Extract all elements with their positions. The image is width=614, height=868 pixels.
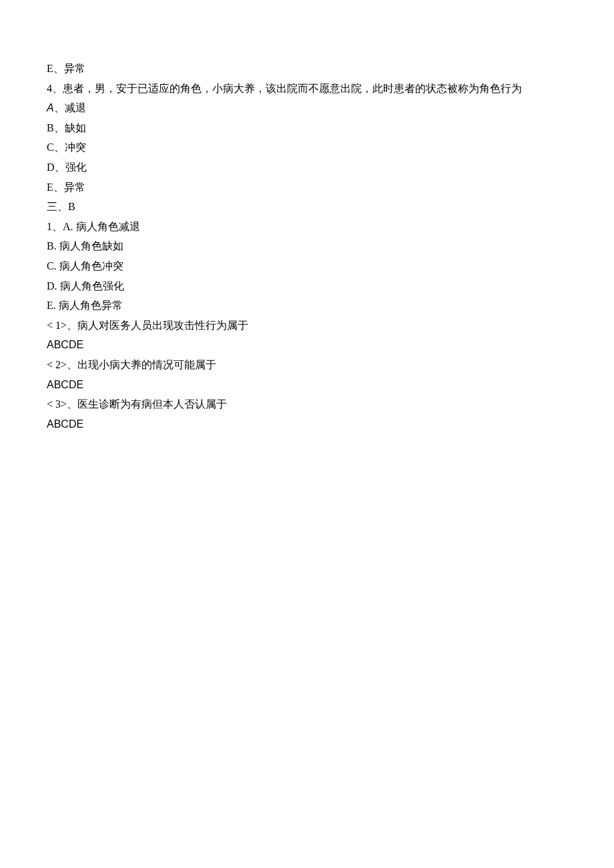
answer-choices-2: ABCDE: [47, 375, 567, 395]
option-d: D、强化: [47, 157, 567, 177]
q1-option-c: C. 病人角色冲突: [47, 256, 567, 276]
option-b: B、缺如: [47, 118, 567, 138]
answer-choices-3: ABCDE: [47, 414, 567, 434]
text: C、冲突: [47, 141, 86, 153]
text: E. 病人角色异常: [47, 300, 123, 311]
text: 4、患者，男，安于已适应的角色，小病大养，该出院而不愿意出院，此时患者的状态被称…: [47, 83, 522, 94]
q1-option-b: B. 病人角色缺如: [47, 236, 567, 256]
q1-option-d: D. 病人角色强化: [47, 276, 567, 296]
text: ABCDE: [47, 379, 83, 390]
option-text: 、减退: [54, 102, 86, 113]
option-e-2: E、异常: [47, 177, 567, 197]
text: D. 病人角色强化: [47, 280, 124, 292]
text: C. 病人角色冲突: [47, 260, 123, 272]
option-e: E、异常: [47, 59, 567, 79]
q1-option-a: 1、A. 病人角色减退: [47, 217, 567, 237]
text: E、异常: [47, 63, 85, 74]
sub-question-2: < 2>、出现小病大养的情况可能属于: [47, 355, 567, 375]
text: D、强化: [47, 161, 87, 173]
text: < 2>、出现小病大养的情况可能属于: [47, 359, 216, 370]
text: E、异常: [47, 181, 85, 193]
q1-option-e: E. 病人角色异常: [47, 296, 567, 316]
sub-question-1: < 1>、病人对医务人员出现攻击性行为属于: [47, 316, 567, 336]
text: B. 病人角色缺如: [47, 240, 123, 252]
text: B、缺如: [47, 122, 86, 133]
option-c: C、冲突: [47, 137, 567, 157]
text: < 1>、病人对医务人员出现攻击性行为属于: [47, 320, 248, 331]
answer-choices-1: ABCDE: [47, 335, 567, 355]
text: 三、B: [47, 201, 75, 212]
option-letter: A: [47, 102, 54, 113]
text: ABCDE: [47, 339, 83, 350]
text: 1、A. 病人角色减退: [47, 221, 140, 232]
section-3-b: 三、B: [47, 197, 567, 217]
option-a: A、减退: [47, 98, 567, 118]
text: ABCDE: [47, 418, 83, 430]
question-4: 4、患者，男，安于已适应的角色，小病大养，该出院而不愿意出院，此时患者的状态被称…: [47, 79, 567, 99]
text: < 3>、医生诊断为有病但本人否认属于: [47, 398, 227, 410]
sub-question-3: < 3>、医生诊断为有病但本人否认属于: [47, 394, 567, 414]
